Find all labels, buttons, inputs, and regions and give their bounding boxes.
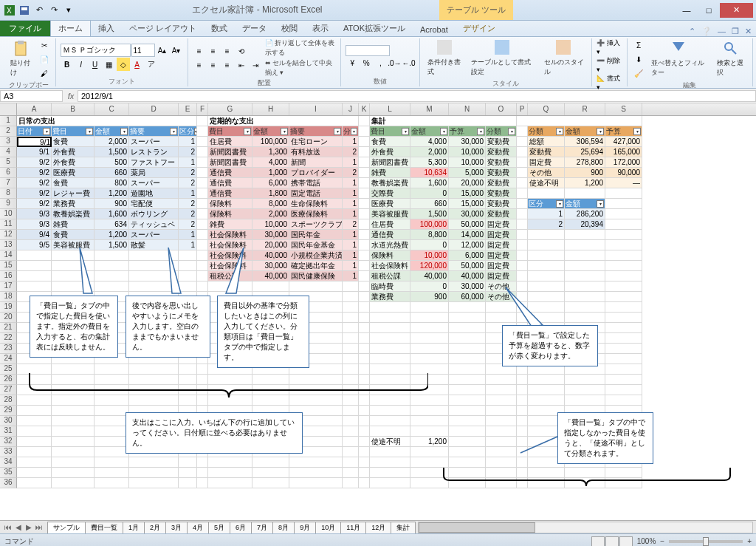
- table-header[interactable]: 分類▾: [486, 126, 517, 137]
- cell[interactable]: 1: [179, 157, 197, 168]
- cell[interactable]: [94, 468, 129, 478]
- row-header[interactable]: 18: [0, 292, 17, 302]
- help-icon[interactable]: ❔: [701, 27, 712, 36]
- copy-icon[interactable]: 📄: [38, 52, 51, 66]
- comma-icon[interactable]: ,: [374, 57, 387, 70]
- cell[interactable]: [449, 313, 486, 323]
- col-header-N[interactable]: N: [449, 103, 486, 115]
- cell[interactable]: 固定費: [486, 250, 517, 261]
- cell[interactable]: [528, 230, 565, 240]
- cell[interactable]: 保険料: [370, 250, 410, 261]
- cell[interactable]: [359, 354, 370, 364]
- cell[interactable]: [486, 375, 517, 385]
- cell[interactable]: [343, 426, 359, 437]
- cell[interactable]: [517, 219, 528, 230]
- cell[interactable]: [343, 333, 359, 344]
- cell[interactable]: [208, 468, 252, 478]
- cell[interactable]: 9/2: [17, 188, 52, 199]
- sheet-tab[interactable]: 2月: [144, 522, 166, 533]
- cell[interactable]: 通信費: [370, 230, 410, 240]
- cell[interactable]: [517, 199, 528, 209]
- table-header[interactable]: 金額▾: [252, 126, 289, 137]
- cell[interactable]: [517, 126, 528, 137]
- sheet-tab[interactable]: 8月: [272, 522, 295, 533]
- table-header[interactable]: 区分▾: [179, 126, 197, 137]
- cell[interactable]: 変動費: [486, 168, 517, 178]
- cell[interactable]: 0: [410, 188, 449, 199]
- worksheet-grid[interactable]: ABCDEFGHIJKLMNOPQRS 1日常の支出定期的な支出集計2日付▾費目…: [0, 103, 756, 520]
- row-header[interactable]: 35: [0, 468, 17, 478]
- cell[interactable]: 20,394: [565, 219, 605, 230]
- col-header-S[interactable]: S: [605, 103, 642, 115]
- cell[interactable]: [359, 178, 370, 188]
- percent-icon[interactable]: %: [360, 57, 373, 70]
- cell[interactable]: [179, 457, 197, 468]
- currency-icon[interactable]: ¥: [346, 57, 359, 70]
- cell[interactable]: [449, 426, 486, 437]
- cell[interactable]: [359, 333, 370, 344]
- cell[interactable]: [94, 261, 129, 271]
- cell[interactable]: [359, 344, 370, 354]
- cell[interactable]: 2: [343, 219, 359, 230]
- table-header[interactable]: 費目▾: [208, 126, 252, 137]
- select-all-corner[interactable]: [0, 103, 17, 115]
- cell[interactable]: [410, 447, 449, 457]
- cell[interactable]: 新聞図書費: [208, 147, 252, 157]
- table-header[interactable]: 分▾: [343, 126, 359, 137]
- cell[interactable]: [449, 416, 486, 426]
- table-header[interactable]: 予算▾: [449, 126, 486, 137]
- table-header[interactable]: 費目▾: [52, 126, 94, 137]
- cell[interactable]: [565, 292, 605, 302]
- cell[interactable]: 2: [179, 168, 197, 178]
- cell[interactable]: 1: [343, 261, 359, 271]
- cell[interactable]: 278,800: [565, 157, 605, 168]
- font-color-icon[interactable]: A: [131, 58, 144, 71]
- cell[interactable]: 660: [94, 168, 129, 178]
- col-header-A[interactable]: A: [17, 103, 52, 115]
- cell[interactable]: [359, 209, 370, 219]
- cell[interactable]: [197, 157, 208, 168]
- cell[interactable]: 雑費: [208, 219, 252, 230]
- cell[interactable]: [517, 209, 528, 219]
- cell[interactable]: [359, 188, 370, 199]
- cell[interactable]: 小規模企業共済: [289, 250, 343, 261]
- col-header-Q[interactable]: Q: [528, 103, 565, 115]
- cell[interactable]: [370, 313, 410, 323]
- table-header[interactable]: 区分▾: [528, 199, 565, 209]
- cell[interactable]: [370, 323, 410, 333]
- tab-design[interactable]: デザイン: [456, 21, 503, 36]
- cell[interactable]: [359, 199, 370, 209]
- cell[interactable]: [370, 344, 410, 354]
- cell[interactable]: 住居費: [370, 219, 410, 230]
- cell[interactable]: 634: [94, 219, 129, 230]
- cell[interactable]: [343, 406, 359, 416]
- cell[interactable]: 30,000: [252, 261, 289, 271]
- cell[interactable]: [359, 302, 370, 313]
- horizontal-scrollbar[interactable]: [418, 522, 753, 533]
- row-header[interactable]: 28: [0, 395, 17, 406]
- cell[interactable]: [359, 447, 370, 457]
- cell[interactable]: 通信費: [208, 188, 252, 199]
- fx-icon[interactable]: fx: [64, 92, 78, 100]
- cell[interactable]: [517, 157, 528, 168]
- maximize-button[interactable]: □: [698, 3, 720, 18]
- cell[interactable]: [517, 416, 528, 426]
- cell[interactable]: スーパー: [129, 230, 179, 240]
- cell[interactable]: 変動費: [486, 178, 517, 188]
- row-header[interactable]: 14: [0, 250, 17, 261]
- cell[interactable]: [359, 261, 370, 271]
- cell[interactable]: 9/3: [17, 209, 52, 219]
- cell[interactable]: [343, 354, 359, 364]
- align-left-icon[interactable]: ≡: [193, 58, 206, 72]
- row-header[interactable]: 29: [0, 406, 17, 416]
- row-header[interactable]: 31: [0, 426, 17, 437]
- sheet-last-icon[interactable]: ⏭: [34, 523, 44, 531]
- table-header[interactable]: 金額▾: [565, 199, 605, 209]
- cell[interactable]: [370, 406, 410, 416]
- col-header-M[interactable]: M: [410, 103, 449, 115]
- row-header[interactable]: 36: [0, 478, 17, 488]
- save-icon[interactable]: [18, 4, 31, 17]
- cell[interactable]: 1: [343, 230, 359, 240]
- cell[interactable]: 30,000: [449, 137, 486, 147]
- row-header[interactable]: 9: [0, 199, 17, 209]
